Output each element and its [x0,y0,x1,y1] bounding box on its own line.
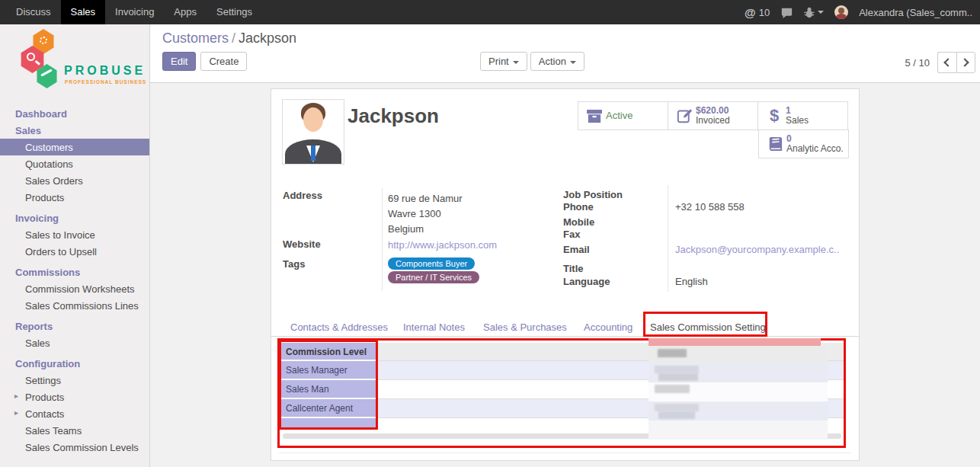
sidebar-header-reports[interactable]: Reports [0,318,149,334]
language-value[interactable]: English [675,276,708,287]
pager-previous-button[interactable] [937,52,956,73]
sidebar-item-quotations[interactable]: Quotations [0,155,149,172]
sidebar-item-config-products[interactable]: ▸ Products [0,389,149,405]
print-label: Print [488,56,509,67]
caret-down-icon [570,61,576,64]
topbar-spacer [262,0,745,24]
sheet-divider [279,453,851,453]
print-dropdown[interactable]: Print [480,52,527,71]
tab-sales-commission-setting[interactable]: Sales Commission Setting [650,321,766,333]
menu-sales[interactable]: Sales [61,0,106,24]
redacted-block [658,411,695,419]
partner-form-sheet: Jackpson Active $620.00 Invoiced $ [271,88,860,461]
record-buttons: Edit Create [162,52,247,71]
sidebar-header-invoicing[interactable]: Invoicing [0,210,149,226]
tag-components-buyer[interactable]: Components Buyer [388,257,475,270]
commission-level-header[interactable]: Commission Level [281,343,376,361]
sidebar-item-reports-sales[interactable]: Sales [0,334,149,351]
sidebar-header-configuration[interactable]: Configuration [0,355,149,372]
menu-discuss[interactable]: Discuss [6,0,61,24]
user-menu[interactable]: Alexandra (Sales_comm.. [859,7,972,18]
action-buttons: Print Action [480,52,584,71]
action-dropdown[interactable]: Action [530,52,584,71]
sidebar-item-settings[interactable]: Settings [0,372,149,389]
sidebar-item-sales-to-invoice[interactable]: Sales to Invoice [0,226,149,243]
invoiced-label: Invoiced [696,116,730,126]
breadcrumb-customers-link[interactable]: Customers [162,30,229,46]
redacted-column [649,338,828,440]
mention-count: 10 [759,7,770,18]
photo-face [303,107,323,132]
pager-counter: 5 / 10 [905,57,930,69]
systray: @ 10 Alexandra (Sales_comm.. [745,0,980,24]
job-position-label: Job Position [563,189,623,200]
book-icon [764,136,786,152]
partner-photo[interactable] [282,99,344,165]
address-value[interactable]: 69 rue de Namur Wavre 1300 Belgium [388,191,463,237]
logo-tagline-text: PROFESSIONAL BUSINESS [65,79,146,85]
caret-down-icon [818,11,824,14]
language-label: Language [563,276,610,287]
phone-label: Phone [563,201,594,213]
action-label: Action [539,56,566,67]
sidebar-item-sales-teams[interactable]: Sales Teams [0,422,149,439]
redacted-block [655,404,699,411]
sidebar-item-commission-worksheets[interactable]: Commission Worksheets [0,280,149,297]
sidebar: PROBUSE PROFESSIONAL BUSINESS Dashboard … [0,24,150,467]
sidebar-item-products[interactable]: Products [0,189,149,206]
redacted-block [655,366,699,373]
dollar-icon: $ [763,106,786,126]
phone-value[interactable]: +32 10 588 558 [675,201,745,213]
pager: 5 / 10 [905,52,975,73]
at-icon: @ [745,6,756,19]
address-line3: Belgium [388,222,463,237]
photo-tie [311,146,315,161]
email-link[interactable]: Jackpson@yourcompany.example.c.. [675,244,839,255]
sidebar-item-orders-to-upsell[interactable]: Orders to Upsell [0,243,149,260]
website-link[interactable]: http://www.jackpson.com [388,239,497,251]
menu-settings[interactable]: Settings [207,0,262,24]
caret-right-icon: ▸ [14,392,18,400]
sidebar-item-sales-orders[interactable]: Sales Orders [0,172,149,189]
commission-level-column: Commission Level Sales Manager Sales Man… [281,343,376,428]
user-avatar[interactable] [834,5,848,19]
redacted-row [649,421,828,440]
field-divider-left [382,188,383,290]
mobile-label: Mobile [563,216,594,228]
messages-icon[interactable] [780,7,793,18]
debug-menu[interactable] [804,7,824,18]
tab-internal-notes[interactable]: Internal Notes [403,321,465,333]
create-button[interactable]: Create [200,52,247,71]
pager-next-button[interactable] [956,52,975,73]
breadcrumb-current: Jackpson [239,30,296,46]
redacted-header-strip [649,338,821,346]
top-menu: Discuss Sales Invoicing Apps Settings [0,0,262,24]
caret-down-icon [513,61,519,64]
commission-level-cell[interactable]: Callcenter Agent [281,399,376,418]
active-stat-button[interactable]: Active [578,101,668,130]
analytic-stat-button[interactable]: 0 Analytic Acco... [758,130,849,158]
tab-sales-purchases[interactable]: Sales & Purchases [483,321,567,333]
mention-counter[interactable]: @ 10 [745,6,770,19]
sidebar-header-commissions[interactable]: Commissions [0,264,149,280]
sidebar-item-config-contacts[interactable]: ▸ Contacts [0,405,149,422]
sidebar-item-sales-commissions-lines[interactable]: Sales Commissions Lines [0,297,149,314]
sidebar-item-sales-commission-levels[interactable]: Sales Commission Levels [0,439,149,456]
sidebar-item-dashboard[interactable]: Dashboard [0,105,149,122]
tab-accounting[interactable]: Accounting [584,321,633,333]
screen: Discuss Sales Invoicing Apps Settings @ … [0,0,980,467]
stat-buttons: Active $620.00 Invoiced $ 1 Sales [578,101,848,130]
sidebar-header-sales[interactable]: Sales [0,122,149,139]
logo-brand-text: PROBUSE [64,64,146,78]
menu-invoicing[interactable]: Invoicing [105,0,164,24]
edit-button[interactable]: Edit [162,52,196,71]
tag-partner-it-services[interactable]: Partner / IT Services [388,271,479,283]
invoiced-stat-button[interactable]: $620.00 Invoiced [668,101,758,130]
sidebar-item-customers[interactable]: Customers [0,139,149,155]
sales-stat-button[interactable]: $ 1 Sales [757,101,848,130]
sidebar-item-label: Contacts [25,408,64,420]
tab-contacts-addresses[interactable]: Contacts & Addresses [290,321,388,333]
commission-level-cell[interactable]: Sales Manager [281,361,376,380]
commission-level-cell[interactable]: Sales Man [281,380,376,399]
menu-apps[interactable]: Apps [164,0,207,24]
